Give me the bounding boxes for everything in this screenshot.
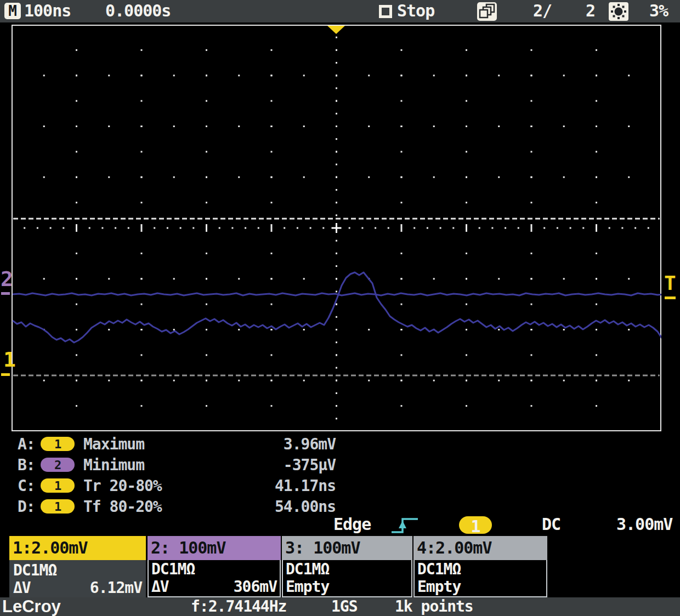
trigger-level-value[interactable]: 3.00mV bbox=[616, 514, 672, 535]
measurement-row-c[interactable]: C: 1 Tr 20-80% 41.17ns bbox=[18, 475, 336, 496]
acquisition-status[interactable]: Stop bbox=[397, 0, 434, 22]
measurement-name: Maximum bbox=[83, 435, 284, 453]
ch2-zero-marker[interactable]: 2 bbox=[1, 269, 12, 289]
measurement-value: 54.00ns bbox=[275, 498, 336, 516]
ch1-zero-marker[interactable]: 1 bbox=[3, 349, 15, 370]
stop-square-icon bbox=[379, 5, 392, 18]
ch2-zero-dash bbox=[1, 292, 10, 295]
trigger-type[interactable]: Edge bbox=[333, 514, 371, 535]
trigger-delay-value[interactable]: 0.0000s bbox=[105, 0, 171, 22]
channel-3-scale: 3: 100mV bbox=[282, 536, 412, 560]
measurement-row-d[interactable]: D: 1 Tf 80-20% 54.00ns bbox=[18, 496, 336, 517]
measurement-value: 3.96mV bbox=[284, 435, 336, 453]
trigger-source-badge[interactable]: 1 bbox=[459, 516, 492, 534]
channel-stat-label: Empty bbox=[286, 578, 329, 596]
channel-coupling: DC1MΩ bbox=[151, 561, 277, 578]
measurement-value: -375µV bbox=[284, 456, 336, 474]
channel-coupling: DC1MΩ bbox=[286, 561, 409, 578]
segment-total: 2 bbox=[586, 0, 595, 22]
channel-badge: 2 bbox=[41, 458, 75, 472]
channel-2-scale: 2: 100mV bbox=[148, 536, 281, 560]
channel-stat-label: Empty bbox=[417, 578, 461, 596]
channel-2-details: DC1MΩ ΔV 306mV bbox=[148, 560, 281, 597]
channel-stat-value: 306mV bbox=[234, 578, 277, 596]
channel-1-box[interactable]: 1:2.00mV DC1MΩ ΔV 6.12mV bbox=[9, 536, 146, 597]
measurement-slot: B: bbox=[18, 456, 41, 474]
trigger-level-dash bbox=[665, 296, 676, 299]
intensity-value[interactable]: 3% bbox=[649, 0, 668, 22]
frequency-readout: f:2.74144Hz bbox=[191, 597, 286, 616]
channel-1-scale: 1:2.00mV bbox=[9, 536, 146, 560]
channel-badge: 1 bbox=[41, 437, 75, 451]
channel-coupling: DC1MΩ bbox=[417, 561, 543, 578]
timebase-value[interactable]: 100ns bbox=[24, 0, 71, 22]
channel-4-scale: 4:2.00mV bbox=[413, 536, 547, 560]
graticule bbox=[12, 25, 661, 431]
sample-rate[interactable]: 1GS bbox=[331, 597, 358, 616]
timebase-mode-icon[interactable]: M bbox=[4, 3, 21, 19]
channel-1-details: DC1MΩ ΔV 6.12mV bbox=[9, 560, 146, 597]
segments-icon[interactable] bbox=[476, 1, 498, 22]
brand-logo: LeCroy bbox=[2, 597, 61, 616]
channel-badge: 1 bbox=[41, 499, 75, 514]
bottom-status-bar: LeCroy f:2.74144Hz 1GS 1k points bbox=[0, 597, 680, 616]
channel-badge: 1 bbox=[41, 478, 75, 493]
channel-coupling: DC1MΩ bbox=[13, 562, 142, 579]
measurement-name: Tf 80-20% bbox=[83, 498, 275, 516]
measurement-slot: A: bbox=[18, 435, 41, 453]
measurement-value: 41.17ns bbox=[275, 477, 336, 495]
channel-stat-value: 6.12mV bbox=[90, 579, 142, 597]
measurement-row-b[interactable]: B: 2 Minimum -375µV bbox=[18, 454, 336, 475]
measurement-row-a[interactable]: A: 1 Maximum 3.96mV bbox=[18, 434, 336, 454]
channel-4-details: DC1MΩ Empty bbox=[413, 560, 547, 597]
channel-3-box[interactable]: 3: 100mV DC1MΩ Empty bbox=[282, 536, 412, 597]
rising-edge-icon bbox=[389, 514, 420, 536]
measurement-slot: D: bbox=[18, 498, 41, 516]
top-status-bar: M 100ns 0.0000s Stop 2/ 2 3% bbox=[0, 0, 680, 22]
channel-3-details: DC1MΩ Empty bbox=[282, 560, 412, 597]
channel-2-box[interactable]: 2: 100mV DC1MΩ ΔV 306mV bbox=[148, 536, 281, 597]
measurement-panel: A: 1 Maximum 3.96mV B: 2 Minimum -375µV … bbox=[18, 434, 336, 517]
channel-stat-label: ΔV bbox=[151, 578, 169, 596]
trigger-coupling[interactable]: DC bbox=[542, 514, 560, 535]
trigger-level-marker[interactable]: T bbox=[664, 273, 675, 293]
record-length[interactable]: 1k points bbox=[395, 597, 473, 616]
measurement-name: Tr 20-80% bbox=[83, 477, 275, 495]
segment-index: 2/ bbox=[533, 0, 552, 22]
measurement-slot: C: bbox=[18, 477, 41, 495]
measurement-name: Minimum bbox=[83, 456, 284, 474]
channel-4-box[interactable]: 4:2.00mV DC1MΩ Empty bbox=[413, 536, 547, 597]
oscilloscope-screen: M 100ns 0.0000s Stop 2/ 2 3% 2 1 bbox=[0, 0, 680, 616]
channel-stat-label: ΔV bbox=[13, 579, 31, 597]
ch1-zero-dash bbox=[1, 373, 10, 376]
intensity-icon[interactable] bbox=[608, 1, 630, 22]
